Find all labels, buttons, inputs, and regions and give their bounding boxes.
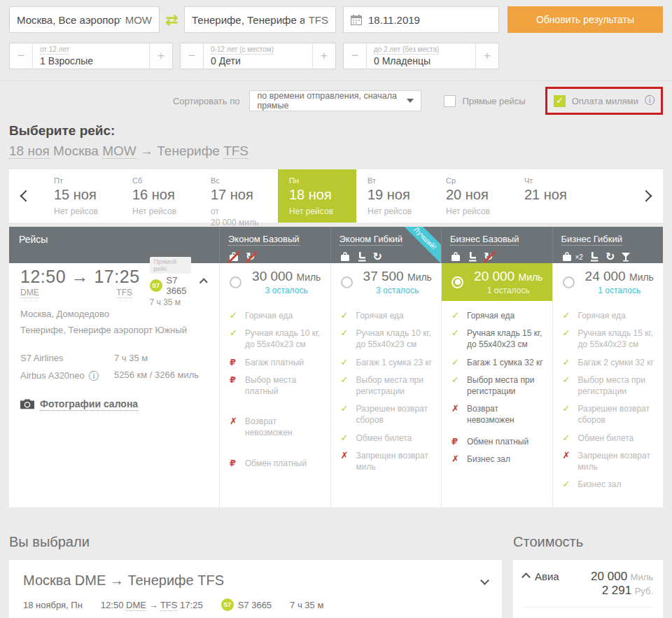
chevron-left-icon [20,190,32,202]
infants-stepper: − до 2 лет (без места) 0 Младенцы + [343,43,499,69]
fare-feature: Запрещен возврат миль [341,450,433,472]
pay-miles-filter[interactable]: Оплата милями [545,87,663,115]
fare-option[interactable]: 37 500 Миль 3 осталось [331,263,442,301]
fare-option[interactable]: 24 000 Миль 1 осталось [553,263,664,301]
children-plus-button[interactable]: + [312,43,335,69]
infants-plus-button[interactable]: + [475,43,498,69]
ruble-icon [230,357,239,368]
route-date-link[interactable]: 18 ноя [9,143,50,159]
expand-card-icon[interactable] [480,576,489,585]
check-icon [341,328,350,350]
fare-radio[interactable] [563,276,575,288]
carousel-next-button[interactable] [629,169,663,223]
fare-radio[interactable] [230,276,241,288]
fare-feature: Обмен билета [563,433,655,444]
fare-column-header-business-base[interactable]: Бизнес Базовый ↻ [441,227,552,263]
swap-directions-icon[interactable] [160,6,184,33]
check-icon [451,374,461,397]
camera-icon [20,399,34,409]
cross-icon [451,403,461,426]
adults-minus-button[interactable]: − [10,43,33,69]
arr-code-link[interactable]: TFS [160,600,178,611]
update-results-button[interactable]: Обновить результаты [507,6,663,33]
cross-icon [341,450,350,472]
flight-number: S7 3665 [167,275,192,296]
route-subtitle: 18 ноя Москва MOW → Тенерифе TFS [9,143,663,159]
cost-summary-card: Авиа 20 000 Миль 2 291 Руб. 1 Взрослый 2… [513,560,663,618]
calendar-day[interactable]: Сб 16 ноя Нет рейсов [121,169,200,223]
departure-airport-code[interactable]: DME [20,288,39,298]
fare-option[interactable]: 30 000 Миль 3 осталось [220,263,330,301]
calendar-day-selected[interactable]: Пн 18 ноя Нет рейсов [278,169,356,223]
info-icon[interactable] [645,94,654,107]
route-to-city: Тенерифе [157,143,220,158]
fare-table-header: Рейсы Эконом Базовый ↻ Лучший! Эконом Ги… [9,227,663,263]
collapse-cost-icon[interactable] [522,573,531,582]
flight-summary: 12:50 → 17:25 DME TFS Прямой рейс S7 S7 … [9,263,219,301]
airline-logo: S7 [150,279,162,292]
carousel-prev-button[interactable] [9,169,43,223]
passengers-row: − от 12 лет 1 Взрослые + − 0-12 лет (с м… [9,43,663,69]
fare-column-header-econom-base[interactable]: Эконом Базовый ↻ Лучший! [219,227,330,263]
baggage-icon [450,251,461,262]
fare-feature: Ручная кладь 10 кг, до 55x40x23 см [230,328,322,350]
fare-feature: Багаж 2 сумки 32 кг [563,357,655,368]
fare-column-header-econom-flex[interactable]: Эконом Гибкий ↻ Лучший! [330,227,442,263]
calendar-day[interactable]: Пт 15 ноя Нет рейсов [43,169,121,223]
infants-minus-button[interactable]: − [344,43,367,69]
sort-select[interactable]: по времени отправления, сначала прямые [249,90,421,111]
pay-miles-checkbox[interactable] [554,95,566,107]
fare-column-business-base: 20 000 Миль 1 осталось Горячая еда Ручна… [441,263,552,507]
direct-flights-filter[interactable]: Прямые рейсы [444,95,525,107]
fare-radio[interactable] [341,276,353,288]
dep-code-link[interactable]: DME [126,600,146,611]
check-icon [451,357,461,368]
calendar-day[interactable]: Вт 19 ноя Нет рейсов [356,169,435,223]
children-minus-button[interactable]: − [181,43,204,69]
collapse-details-icon[interactable] [200,278,208,286]
direct-flights-label: Прямые рейсы [462,96,525,106]
adults-field[interactable]: от 12 лет 1 Взрослые [33,43,149,69]
destination-input[interactable]: Тенерифе, Тенерифе аэр TFS [184,6,336,33]
cocktail-icon [621,252,631,262]
fare-feature: Возврат невозможен [451,403,544,426]
fare-feature: Запрещен возврат миль [563,450,655,472]
cabin-photos-link[interactable]: Фотографии салона [20,398,208,411]
check-icon [341,357,350,368]
calendar-icon [351,15,362,25]
baggage-icon [561,251,573,262]
fare-option-selected[interactable]: 20 000 Миль 1 осталось [442,263,552,301]
duration-detail: 7 ч 35 м [114,350,208,367]
date-input[interactable]: 18.11.2019 [343,6,499,33]
origin-code: MOW [125,14,152,26]
fare-feature: Багаж 1 сумка 32 кг [451,357,544,368]
info-icon[interactable] [89,367,99,386]
adults-hint: от 12 лет [40,45,69,55]
check-icon [563,310,572,321]
fare-radio-selected[interactable] [451,276,463,288]
route-to-code-link[interactable]: TFS [223,143,248,159]
arrival-airport-code[interactable]: TFS [116,288,132,298]
ruble-icon [230,458,239,469]
seats-left: 1 осталось [582,286,658,295]
calendar-day[interactable]: Ср 20 ноя Нет рейсов [435,169,513,223]
calendar-day[interactable]: Вс 17 ноя от20 000 миль [200,169,278,223]
ruble-icon [451,436,461,447]
check-icon [230,310,239,321]
fare-column-header-business-flex[interactable]: Бизнес Гибкий ×2 ↻ [552,227,664,263]
route-from-code-link[interactable]: MOW [102,143,136,159]
no-baggage-icon [228,251,239,262]
origin-input[interactable]: Москва, Все аэропорт MOW [9,6,160,33]
adults-plus-button[interactable]: + [149,43,172,69]
children-field[interactable]: 0-12 лет (с местом) 0 Дети [204,43,312,69]
fare-feature: Багаж платный [230,357,322,368]
calendar-day[interactable]: Чт 21 ноя [513,169,592,223]
fare-feature: Возврат невозможен [230,416,322,438]
infants-value: 0 Младенцы [374,55,468,66]
check-icon [451,328,461,350]
infants-field[interactable]: до 2 лет (без места) 0 Младенцы [367,43,475,69]
avia-label: Авиа [535,570,559,582]
seat-icon [468,251,477,262]
direct-flights-checkbox[interactable] [444,95,456,107]
children-value: 0 Дети [211,55,305,66]
